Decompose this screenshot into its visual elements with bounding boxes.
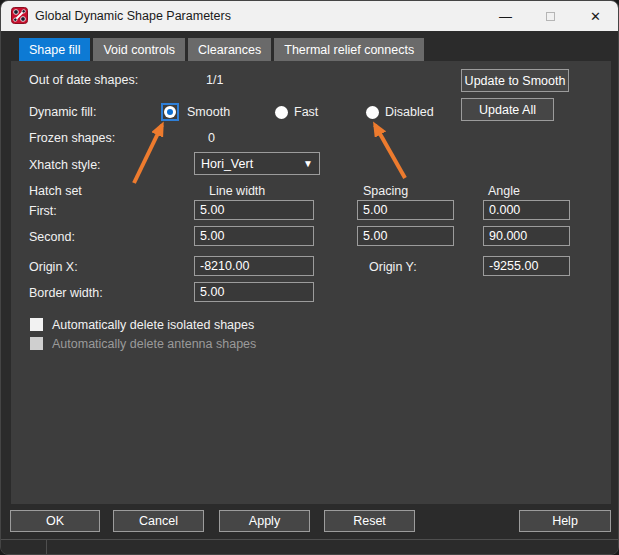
status-bar: [1, 539, 618, 555]
update-to-smooth-button[interactable]: Update to Smooth: [461, 69, 569, 92]
spacing-header: Spacing: [363, 184, 408, 198]
frozen-shapes-value: 0: [208, 131, 215, 145]
app-icon: [11, 7, 28, 24]
delete-isolated-shapes-checkbox[interactable]: [30, 318, 43, 331]
xhatch-style-label: Xhatch style:: [29, 158, 101, 172]
frozen-shapes-label: Frozen shapes:: [29, 131, 115, 145]
xhatch-style-select[interactable]: Hori_Vert ▼: [194, 152, 320, 175]
first-angle-input[interactable]: [483, 200, 570, 220]
second-label: Second:: [29, 230, 75, 244]
second-angle-input[interactable]: [483, 226, 570, 246]
tab-clearances[interactable]: Clearances: [188, 38, 271, 61]
delete-antenna-shapes-checkbox[interactable]: [30, 337, 43, 350]
first-line-width-input[interactable]: [194, 200, 314, 220]
first-label: First:: [29, 204, 57, 218]
radio-smooth-label[interactable]: Smooth: [187, 105, 230, 119]
origin-y-input[interactable]: [483, 256, 570, 276]
ok-button[interactable]: OK: [10, 510, 100, 532]
chevron-down-icon: ▼: [303, 158, 313, 169]
window-title: Global Dynamic Shape Parameters: [35, 1, 231, 31]
xhatch-style-value: Hori_Vert: [201, 157, 253, 171]
shape-fill-panel: Out of date shapes: 1/1 Update to Smooth…: [11, 61, 611, 504]
tab-shape-fill[interactable]: Shape fill: [19, 38, 90, 61]
second-line-width-input[interactable]: [194, 226, 314, 246]
status-bar-divider: [46, 540, 47, 555]
radio-fast[interactable]: [275, 106, 288, 119]
origin-x-input[interactable]: [194, 256, 314, 276]
radio-smooth-selected-icon: [164, 106, 176, 118]
radio-disabled-label[interactable]: Disabled: [385, 105, 434, 119]
tab-bar: Shape fill Void controls Clearances Ther…: [19, 38, 424, 61]
apply-button[interactable]: Apply: [219, 510, 310, 532]
update-all-button[interactable]: Update All: [461, 98, 554, 121]
tab-thermal-relief-connects[interactable]: Thermal relief connects: [274, 38, 424, 61]
reset-button[interactable]: Reset: [324, 510, 415, 532]
minimize-button[interactable]: —: [483, 1, 528, 31]
out-of-date-label: Out of date shapes:: [29, 73, 138, 87]
radio-disabled[interactable]: [366, 106, 379, 119]
radio-smooth[interactable]: [161, 103, 179, 121]
delete-isolated-shapes-label[interactable]: Automatically delete isolated shapes: [52, 318, 254, 332]
maximize-button[interactable]: [528, 1, 573, 31]
cancel-button[interactable]: Cancel: [113, 510, 204, 532]
border-width-input[interactable]: [194, 282, 314, 302]
border-width-label: Border width:: [29, 286, 103, 300]
second-spacing-input[interactable]: [357, 226, 454, 246]
title-bar: Global Dynamic Shape Parameters — ✕: [1, 1, 618, 31]
dynamic-fill-label: Dynamic fill:: [29, 105, 96, 119]
angle-header: Angle: [488, 184, 520, 198]
close-button[interactable]: ✕: [573, 1, 618, 31]
origin-y-label: Origin Y:: [369, 260, 417, 274]
origin-x-label: Origin X:: [29, 260, 78, 274]
annotation-arrow-disabled: [375, 125, 405, 178]
maximize-icon: [546, 12, 555, 21]
annotation-arrow-smooth: [134, 125, 162, 183]
delete-antenna-shapes-label: Automatically delete antenna shapes: [52, 337, 256, 351]
line-width-header: Line width: [209, 184, 265, 198]
minimize-icon: —: [499, 9, 512, 24]
help-button[interactable]: Help: [519, 510, 611, 532]
radio-fast-label[interactable]: Fast: [294, 105, 318, 119]
out-of-date-value: 1/1: [206, 73, 223, 87]
tab-void-controls[interactable]: Void controls: [93, 38, 185, 61]
hatch-set-header: Hatch set: [29, 184, 82, 198]
close-icon: ✕: [590, 9, 601, 24]
dialog-window: Global Dynamic Shape Parameters — ✕ Shap…: [0, 0, 619, 555]
first-spacing-input[interactable]: [357, 200, 454, 220]
